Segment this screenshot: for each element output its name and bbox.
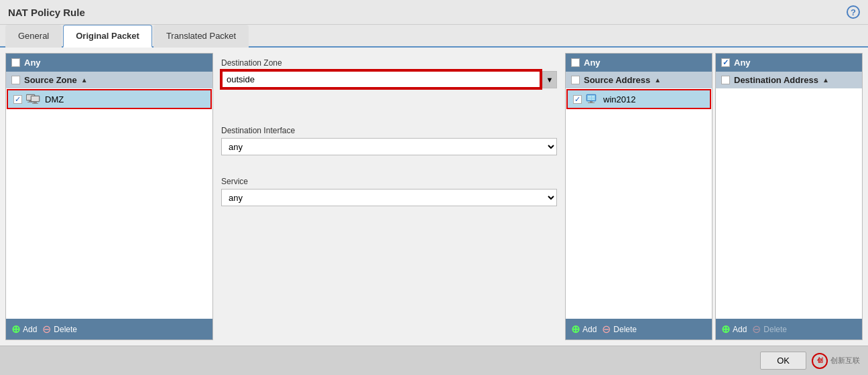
tab-general[interactable]: General xyxy=(5,25,62,48)
source-zone-any-checkbox[interactable] xyxy=(11,58,20,67)
source-addr-any-label: Any xyxy=(584,58,601,68)
svg-rect-7 xyxy=(32,103,38,104)
destination-interface-label: Destination Interface xyxy=(221,126,557,135)
dmz-checkbox[interactable]: ✓ xyxy=(13,95,22,104)
destination-zone-input[interactable] xyxy=(221,70,541,88)
add-icon: ⊕ xyxy=(11,323,20,335)
win2012-checkbox[interactable]: ✓ xyxy=(573,95,582,104)
destination-address-column: ✓ Any Destination Address ▲ ⊕ Add ⊖ D xyxy=(715,53,863,340)
source-zone-header-label: Source Zone xyxy=(24,75,77,85)
dmz-network-icon xyxy=(26,94,41,104)
source-address-list: ✓ win2012 xyxy=(566,88,712,319)
watermark-logo: 创 xyxy=(812,353,828,369)
middle-spacer xyxy=(221,94,557,121)
service-select[interactable]: any xyxy=(221,189,557,206)
source-zone-sort-arrow: ▲ xyxy=(81,76,88,84)
source-addr-any-checkbox[interactable] xyxy=(571,58,580,67)
delete-label-2: Delete xyxy=(613,325,637,334)
tab-original-packet[interactable]: Original Packet xyxy=(63,25,152,48)
dest-addr-delete-btn[interactable]: ⊖ Delete xyxy=(752,323,787,335)
source-zone-header-checkbox[interactable] xyxy=(11,76,20,84)
svg-rect-15 xyxy=(592,98,595,100)
watermark-text: 创新互联 xyxy=(830,356,860,366)
source-zone-add-btn[interactable]: ⊕ Add xyxy=(11,323,37,335)
source-addr-header-label: Source Address xyxy=(584,75,650,85)
source-zone-delete-btn[interactable]: ⊖ Delete xyxy=(42,323,77,335)
source-addr-delete-btn[interactable]: ⊖ Delete xyxy=(602,323,637,335)
source-zone-sub-header: Source Zone ▲ xyxy=(6,72,212,88)
source-zone-item-dmz[interactable]: ✓ DMZ xyxy=(7,89,212,109)
destination-zone-section: Destination Zone ▼ xyxy=(221,58,557,88)
delete-icon: ⊖ xyxy=(42,323,51,335)
dialog-title: NAT Policy Rule xyxy=(8,7,85,18)
source-zone-column: Any Source Zone ▲ ✓ xyxy=(5,53,213,340)
add-label-2: Add xyxy=(582,325,597,334)
add-label: Add xyxy=(23,325,37,334)
dest-addr-sub-header: Destination Address ▲ xyxy=(716,72,862,88)
add-icon-3: ⊕ xyxy=(721,323,730,335)
source-zone-any-header: Any xyxy=(6,54,212,72)
title-bar: NAT Policy Rule ? xyxy=(0,0,868,25)
destination-zone-dropdown-row: ▼ xyxy=(221,70,557,88)
watermark: 创 创新互联 xyxy=(812,353,860,369)
destination-zone-label: Destination Zone xyxy=(221,58,557,68)
tab-translated-packet[interactable]: Translated Packet xyxy=(153,25,249,48)
source-addr-add-btn[interactable]: ⊕ Add xyxy=(571,323,597,335)
service-label: Service xyxy=(221,177,557,186)
destination-interface-dropdown-row: any xyxy=(221,138,557,155)
svg-rect-5 xyxy=(32,96,39,101)
dest-addr-header-label: Destination Address xyxy=(734,75,818,85)
dmz-label: DMZ xyxy=(45,94,64,104)
svg-rect-10 xyxy=(590,101,593,102)
svg-rect-13 xyxy=(592,96,595,98)
dest-addr-add-btn[interactable]: ⊕ Add xyxy=(721,323,747,335)
delete-label: Delete xyxy=(54,325,77,334)
bottom-bar: OK 创 创新互联 xyxy=(0,346,868,375)
svg-rect-11 xyxy=(588,102,595,103)
source-zone-list: ✓ DMZ xyxy=(6,88,212,319)
source-addr-any-header: Any xyxy=(566,54,712,72)
destination-interface-section: Destination Interface any xyxy=(221,126,557,155)
source-addr-sort-arrow: ▲ xyxy=(654,76,661,84)
dest-addr-any-checkbox[interactable]: ✓ xyxy=(721,58,730,67)
delete-icon-2: ⊖ xyxy=(602,323,611,335)
source-zone-any-label: Any xyxy=(24,58,41,68)
middle-column: Destination Zone ▼ Destination Interface… xyxy=(216,53,562,340)
add-icon-2: ⊕ xyxy=(571,323,580,335)
delete-icon-3: ⊖ xyxy=(752,323,761,335)
source-addr-footer: ⊕ Add ⊖ Delete xyxy=(566,319,712,340)
dest-addr-footer: ⊕ Add ⊖ Delete xyxy=(716,319,862,340)
help-icon[interactable]: ? xyxy=(847,5,860,19)
source-addr-header-checkbox[interactable] xyxy=(571,76,580,84)
source-zone-footer: ⊕ Add ⊖ Delete xyxy=(6,319,212,340)
svg-rect-14 xyxy=(588,98,591,100)
middle-spacer2 xyxy=(221,161,557,171)
win2012-label: win2012 xyxy=(603,94,635,104)
nat-policy-dialog: NAT Policy Rule ? General Original Packe… xyxy=(0,0,868,375)
source-addr-sub-header: Source Address ▲ xyxy=(566,72,712,88)
service-dropdown-row: any xyxy=(221,189,557,206)
dest-addr-header-checkbox[interactable] xyxy=(721,76,730,84)
main-content: Any Source Zone ▲ ✓ xyxy=(0,48,868,346)
source-address-column: Any Source Address ▲ ✓ xyxy=(565,53,712,340)
delete-label-3: Delete xyxy=(763,325,787,334)
ok-button[interactable]: OK xyxy=(760,352,806,370)
dest-addr-sort-arrow: ▲ xyxy=(822,76,829,84)
svg-rect-6 xyxy=(34,102,37,103)
destination-interface-select[interactable]: any xyxy=(221,138,557,155)
service-section: Service any xyxy=(221,177,557,206)
tabs-bar: General Original Packet Translated Packe… xyxy=(0,25,868,48)
destination-address-list xyxy=(716,88,862,319)
add-label-3: Add xyxy=(733,325,747,334)
dest-addr-any-label: Any xyxy=(734,58,751,68)
svg-rect-12 xyxy=(588,96,591,98)
win2012-icon xyxy=(586,94,599,104)
destination-zone-dropdown-btn[interactable]: ▼ xyxy=(542,71,557,88)
dest-addr-any-header: ✓ Any xyxy=(716,54,862,72)
source-addr-item-win2012[interactable]: ✓ win2012 xyxy=(566,89,711,109)
